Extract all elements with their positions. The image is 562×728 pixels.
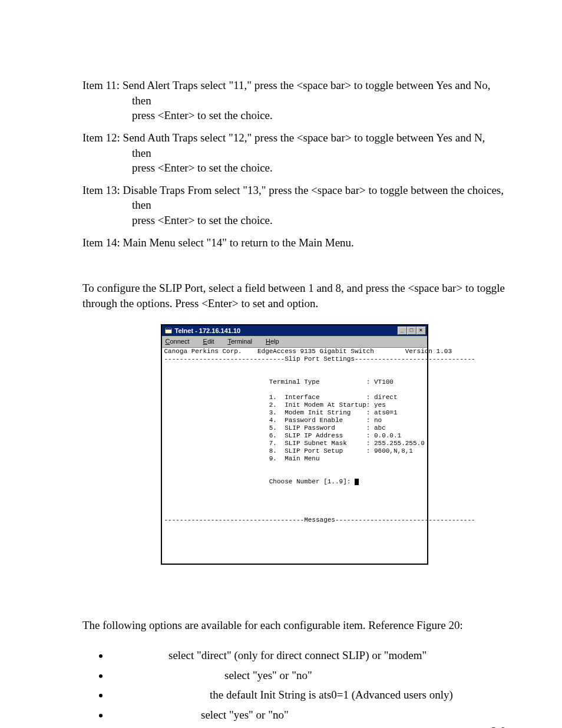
option-bullet: select "direct" (only for direct connect… — [110, 645, 506, 666]
config-paragraph: To configure the SLIP Port, select a fie… — [82, 281, 506, 311]
item-cont: press <Enter> to set the choice. — [82, 108, 506, 123]
option-bullet: the default Init String is ats0=1 (Advan… — [110, 685, 506, 705]
menu-terminal[interactable]: Terminal — [227, 338, 258, 345]
page-number: 3-9 — [491, 724, 506, 728]
item-lead: Item 11: Send Alert Traps select "11," p… — [82, 78, 506, 108]
option-bullet: select "yes" or "no" — [110, 666, 506, 686]
close-button[interactable]: × — [416, 327, 426, 335]
menu-connect[interactable]: Connect — [166, 338, 196, 345]
doc-item-14: Item 14: Main Menu select "14" to return… — [82, 235, 506, 251]
options-list: select "direct" (only for direct connect… — [82, 645, 506, 728]
item-lead: Item 13: Disable Traps From select "13,"… — [82, 183, 506, 213]
window-title: Telnet - 172.16.141.10 — [175, 325, 241, 336]
minimize-button[interactable]: _ — [398, 327, 407, 335]
app-icon — [164, 327, 173, 335]
item-lead: Item 12: Send Auth Traps select "12," pr… — [82, 130, 506, 160]
item-cont: press <Enter> to set the choice. — [82, 213, 506, 228]
option-text: the default Init String is ats0=1 (Advan… — [110, 687, 453, 703]
item-lead: Item 14: Main Menu select "14" to return… — [82, 235, 506, 251]
menu-help[interactable]: Help — [266, 338, 285, 345]
doc-item-12: Item 12: Send Auth Traps select "12," pr… — [82, 130, 506, 176]
option-text: select "yes" or "no" — [110, 707, 289, 723]
option-bullet: select "yes" or "no" — [110, 705, 506, 725]
doc-item-11: Item 11: Send Alert Traps select "11," p… — [82, 78, 506, 123]
svg-rect-1 — [166, 328, 171, 330]
titlebar[interactable]: Telnet - 172.16.141.10 _ □ × — [162, 325, 427, 336]
option-text: select "direct" (only for direct connect… — [110, 648, 427, 663]
terminal-cursor — [355, 479, 359, 485]
after-paragraph: The following options are available for … — [82, 618, 506, 633]
terminal-area[interactable]: Canoga Perkins Corp. EdgeAccess 9135 Gig… — [162, 348, 427, 564]
telnet-window: Telnet - 172.16.141.10 _ □ × Connect Edi… — [161, 324, 428, 565]
doc-item-13: Item 13: Disable Traps From select "13,"… — [82, 183, 506, 228]
item-cont: press <Enter> to set the choice. — [82, 160, 506, 176]
menu-edit[interactable]: Edit — [203, 338, 220, 345]
maximize-button[interactable]: □ — [407, 327, 416, 335]
option-text: select "yes" or "no" — [110, 668, 312, 683]
option-bullet: enter a password, up to 15 characters — [110, 725, 506, 728]
menubar[interactable]: Connect Edit Terminal Help — [162, 336, 427, 348]
